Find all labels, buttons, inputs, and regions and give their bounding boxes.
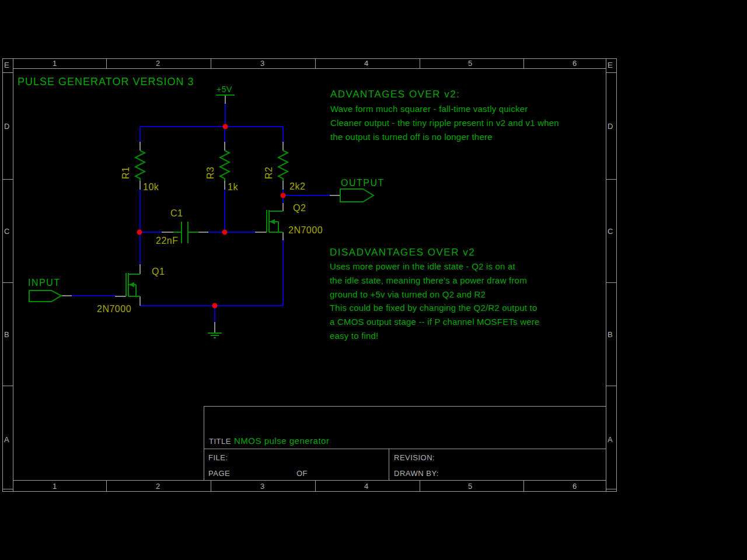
col-label-bottom: 6	[573, 482, 577, 491]
value-label: 22nF	[156, 236, 178, 246]
title-block-drawn-by-label: DRAWN BY:	[394, 469, 439, 478]
refdes-label: R1	[121, 167, 131, 179]
refdes-label: C1	[170, 208, 183, 218]
note-line: This could be fixed by changing the Q2/R…	[330, 303, 537, 313]
col-label-bottom: 5	[468, 482, 472, 491]
title-block-page-label: PAGE	[208, 469, 230, 478]
col-label-top: 1	[53, 59, 57, 68]
output-port[interactable]: OUTPUT	[340, 178, 385, 202]
col-label-bottom: 4	[364, 482, 368, 491]
row-label-right: A	[608, 435, 613, 444]
col-label-top: 4	[364, 59, 368, 68]
ground-symbol[interactable]	[208, 333, 222, 338]
title-block-of-label: OF	[296, 469, 308, 478]
value-label: 2k2	[289, 181, 305, 191]
refdes-label: Q2	[293, 203, 306, 213]
note-line: the idle state, meaning there's a power …	[330, 275, 527, 285]
row-label-left: D	[4, 122, 9, 131]
row-label-left: E	[4, 61, 9, 69]
refdes-label: R3	[205, 167, 215, 179]
title-block-title-label: TITLE	[209, 437, 231, 446]
note-line: the output is turned off is no longer th…	[330, 132, 493, 142]
title-block: TITLE NMOS pulse generator FILE: REVISIO…	[204, 406, 606, 480]
title-block-title-value: NMOS pulse generator	[234, 436, 329, 446]
transistor-q2[interactable]: Q2 2N7000	[267, 203, 323, 235]
refdes-label: Q1	[152, 267, 165, 276]
note-line: a CMOS output stage -- if P channel MOSF…	[330, 317, 539, 327]
row-label-left: C	[4, 227, 9, 236]
resistor-r3[interactable]: R3 1k	[205, 150, 238, 192]
power-net-label: +5V	[217, 85, 232, 94]
title-block-revision-label: REVISION:	[394, 453, 435, 462]
row-label-right: C	[608, 227, 613, 236]
output-net-label: OUTPUT	[341, 178, 385, 188]
junction-dots	[137, 124, 286, 309]
note-heading: ADVANTAGES OVER v2:	[330, 89, 460, 100]
col-label-bottom: 3	[260, 482, 264, 491]
row-label-right: B	[608, 330, 613, 339]
note-line: Cleaner output - the tiny ripple present…	[330, 118, 559, 128]
row-label-right: D	[608, 122, 613, 131]
note-line: ground to +5v via turned on Q2 and R2	[330, 289, 486, 299]
row-label-left: B	[4, 330, 9, 339]
note-line: Wave form much squarer - fall-time vastl…	[330, 104, 528, 114]
net-wires	[72, 104, 330, 322]
notes-disadvantages: DISADVANTAGES OVER v2 Uses more power in…	[330, 247, 539, 341]
note-line: Uses more power in the idle state - Q2 i…	[330, 261, 516, 271]
value-label: 10k	[143, 182, 159, 192]
col-label-top: 3	[260, 59, 264, 68]
value-label: 1k	[228, 182, 238, 192]
col-label-top: 6	[573, 59, 577, 68]
title-block-file-label: FILE:	[208, 453, 228, 462]
row-label-right: E	[608, 61, 613, 69]
refdes-label: R2	[264, 167, 274, 179]
transistor-q1[interactable]: Q1 2N7000	[97, 267, 165, 314]
sheet-title: PULSE GENERATOR VERSION 3	[18, 76, 194, 88]
row-label-left: A	[4, 435, 9, 444]
schematic-canvas: 1 2 3 4 5 6 1 2 3 4 5 6 E D C B A E D C …	[0, 0, 747, 560]
col-label-bottom: 2	[156, 482, 160, 491]
col-label-bottom: 1	[53, 482, 57, 491]
notes-advantages: ADVANTAGES OVER v2: Wave form much squar…	[330, 89, 559, 142]
col-label-top: 5	[468, 59, 472, 68]
part-label: 2N7000	[288, 225, 323, 235]
note-line: easy to find!	[330, 331, 378, 341]
col-label-top: 2	[156, 59, 160, 68]
input-port[interactable]: INPUT	[28, 278, 61, 302]
resistor-r2[interactable]: R2 2k2	[264, 150, 305, 191]
note-heading: DISADVANTAGES OVER v2	[330, 247, 475, 258]
capacitor-c1[interactable]: C1 22nF	[156, 208, 198, 246]
power-symbol-5v[interactable]: +5V	[216, 85, 235, 95]
input-net-label: INPUT	[28, 278, 61, 288]
pin-stubs	[61, 95, 340, 332]
part-label: 2N7000	[97, 304, 131, 314]
